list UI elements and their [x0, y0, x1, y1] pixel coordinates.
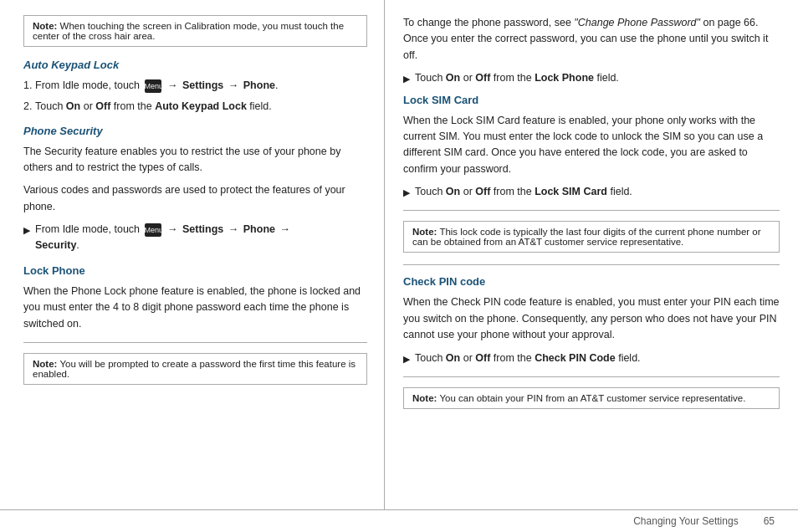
arrow-5: → [279, 223, 290, 235]
note-box-4: Note: You can obtain your PIN from an AT… [403, 387, 780, 409]
lock-phone-para: When the Phone Lock phone feature is ena… [23, 284, 367, 332]
check-pin-bullet-text: Touch On or Off from the Check PIN Code … [415, 350, 641, 366]
lock-phone-section: Lock Phone When the Phone Lock phone fea… [23, 264, 367, 332]
divider-4 [403, 376, 780, 377]
auto-keypad-lock-section: Auto Keypad Lock From Idle mode, touch M… [23, 59, 367, 115]
phone-security-para2: Various codes and passwords are used to … [23, 182, 367, 215]
on-label-3: On [446, 186, 460, 197]
off-label-3: Off [475, 186, 490, 197]
left-column: Note: When touching the screen in Calibr… [0, 0, 385, 509]
on-label-4: On [446, 352, 460, 364]
lock-sim-title: Lock SIM Card [403, 94, 780, 106]
note-box-3: Note: This lock code is typically the la… [403, 221, 780, 253]
off-label-2: Off [475, 72, 490, 84]
note-label-2: Note: [33, 359, 57, 369]
bullet-icon-1: ▶ [23, 223, 30, 238]
lock-sim-section: Lock SIM Card When the Lock SIM Card fea… [403, 94, 780, 201]
arrow-4: → [228, 223, 239, 235]
note-text-1: When touching the screen in Calibration … [33, 21, 344, 41]
note-box-1: Note: When touching the screen in Calibr… [23, 15, 367, 47]
lock-phone-field: Lock Phone [535, 72, 594, 84]
note-text-2: You will be prompted to create a passwor… [33, 359, 356, 379]
auto-keypad-lock-title: Auto Keypad Lock [23, 59, 367, 71]
note-label-1: Note: [33, 21, 57, 31]
lock-sim-bullet-row: ▶ Touch On or Off from the Lock SIM Card… [403, 184, 780, 200]
arrow-1: → [167, 79, 178, 91]
bullet-icon-2: ▶ [403, 72, 410, 86]
off-label-4: Off [475, 352, 490, 364]
content-area: Note: When touching the screen in Calibr… [0, 0, 798, 509]
lock-sim-field: Lock SIM Card [535, 186, 607, 197]
lock-phone-bullet-text: Touch On or Off from the Lock Phone fiel… [415, 70, 619, 86]
phone-security-section: Phone Security The Security feature enab… [23, 125, 367, 254]
menu-icon-1: Menu [145, 79, 161, 93]
bullet-icon-4: ▶ [403, 352, 410, 366]
bullet-icon-3: ▶ [403, 186, 410, 200]
off-label-1: Off [95, 100, 110, 112]
phone-security-bullet: ▶ From Idle mode, touch Menu → Settings … [23, 222, 367, 254]
footer-text: Changing Your Settings [633, 515, 738, 527]
change-password-link: "Change Phone Password" [574, 17, 700, 28]
step-2: Touch On or Off from the Auto Keypad Loc… [35, 99, 367, 115]
lock-phone-bullet-row: ▶ Touch On or Off from the Lock Phone fi… [403, 70, 780, 86]
check-pin-section: Check PIN code When the Check PIN code f… [403, 275, 780, 366]
note-text-3: This lock code is typically the last fou… [412, 227, 761, 247]
divider-2 [403, 210, 780, 211]
phone-security-title: Phone Security [23, 125, 367, 137]
step-1: From Idle mode, touch Menu → Settings → … [35, 78, 367, 94]
phone-security-para1: The Security feature enables you to rest… [23, 144, 367, 176]
note-label-3: Note: [412, 227, 437, 237]
auto-keypad-field: Auto Keypad Lock [155, 100, 247, 112]
auto-keypad-lock-steps: From Idle mode, touch Menu → Settings → … [35, 78, 367, 115]
check-pin-title: Check PIN code [403, 275, 780, 288]
check-pin-para: When the Check PIN code feature is enabl… [403, 294, 780, 343]
page: Note: When touching the screen in Calibr… [0, 0, 798, 532]
phone-label-1: Phone [243, 79, 275, 91]
security-label: Security [35, 239, 76, 251]
divider-1 [23, 342, 367, 343]
check-pin-field: Check PIN Code [535, 352, 616, 364]
arrow-3: → [167, 223, 178, 235]
note-label-4: Note: [412, 393, 437, 403]
phone-label-2: Phone [243, 223, 275, 235]
menu-icon-2: Menu [145, 223, 161, 237]
settings-label-1: Settings [182, 79, 223, 91]
lock-sim-para: When the Lock SIM Card feature is enable… [403, 113, 780, 178]
note-text-4: You can obtain your PIN from an AT&T cus… [439, 393, 745, 403]
lock-phone-title: Lock Phone [23, 264, 367, 277]
right-column: To change the phone password, see "Chang… [385, 0, 798, 509]
arrow-2: → [228, 79, 239, 91]
phone-security-bullet-text: From Idle mode, touch Menu → Settings → … [35, 222, 292, 254]
footer-page: 65 [764, 515, 775, 527]
check-pin-bullet-row: ▶ Touch On or Off from the Check PIN Cod… [403, 350, 780, 366]
note-box-2: Note: You will be prompted to create a p… [23, 353, 367, 385]
divider-3 [403, 264, 780, 265]
settings-label-2: Settings [182, 223, 223, 235]
footer: Changing Your Settings 65 [0, 509, 798, 532]
on-label-1: On [66, 100, 80, 112]
lock-sim-bullet-text: Touch On or Off from the Lock SIM Card f… [415, 184, 632, 200]
on-label-2: On [446, 72, 460, 84]
intro-paragraph: To change the phone password, see "Chang… [403, 15, 780, 64]
